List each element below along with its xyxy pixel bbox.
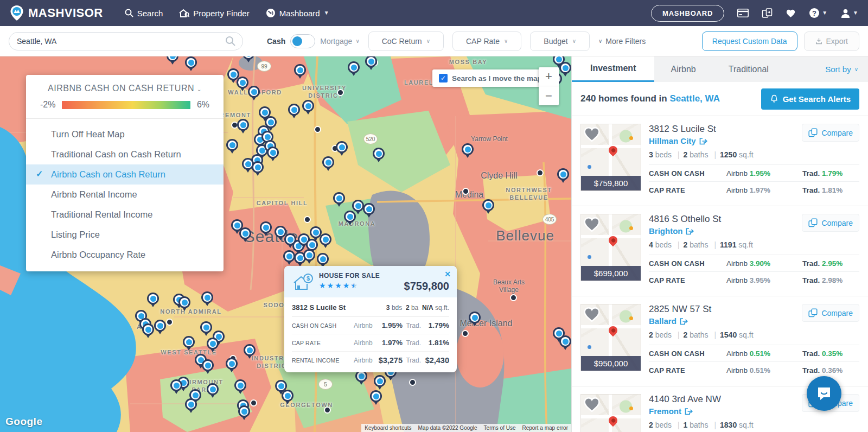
- heatmap-option[interactable]: Turn Off Heat Map: [26, 124, 224, 144]
- property-map-pin[interactable]: [237, 119, 249, 134]
- property-map-pin[interactable]: [333, 192, 345, 207]
- property-map-pin[interactable]: [242, 56, 254, 63]
- property-address[interactable]: 2825 NW 57 St: [649, 304, 711, 315]
- mashvisor-logo[interactable]: MASHVISOR: [10, 5, 103, 21]
- property-address[interactable]: 4816 S Othello St: [649, 214, 721, 225]
- account-menu[interactable]: ▼: [840, 8, 858, 18]
- property-map-pin[interactable]: [185, 56, 197, 72]
- property-map-pin[interactable]: [200, 321, 212, 336]
- property-map-pin[interactable]: [374, 375, 386, 390]
- compare-button[interactable]: Compare: [802, 124, 859, 142]
- location-search-input[interactable]: [9, 32, 243, 50]
- property-map-pin[interactable]: [178, 296, 190, 312]
- property-map-pin[interactable]: [302, 100, 314, 115]
- heatmap-option[interactable]: ✓Airbnb Cash on Cash Return: [26, 164, 224, 185]
- property-thumbnail-map[interactable]: $699,000: [580, 214, 641, 281]
- heatmap-option[interactable]: Airbnb Occupancy Rate: [26, 245, 224, 265]
- property-map-dot[interactable]: [337, 89, 344, 96]
- property-map-dot[interactable]: [537, 169, 544, 176]
- neighborhood-link[interactable]: Brighton: [649, 226, 721, 236]
- property-map-pin[interactable]: [244, 344, 256, 359]
- heatmap-option[interactable]: Traditional Cash on Cash Return: [26, 144, 224, 164]
- property-map-dot[interactable]: [462, 188, 469, 195]
- property-thumbnail-map[interactable]: $759,800: [580, 124, 641, 191]
- mashboard-button[interactable]: MASHBOARD: [651, 5, 724, 22]
- property-map-pin[interactable]: [226, 358, 238, 373]
- heatmap-option[interactable]: Listing Price: [26, 225, 224, 245]
- favorites-heart-icon[interactable]: [786, 9, 796, 18]
- property-map-dot[interactable]: [314, 126, 321, 133]
- property-map-pin[interactable]: [185, 398, 197, 414]
- favorite-heart-icon[interactable]: [583, 396, 601, 413]
- compare-button[interactable]: Compare: [802, 304, 859, 322]
- property-thumbnail-map[interactable]: $950,000: [580, 304, 641, 371]
- compare-properties-icon[interactable]: [762, 8, 773, 18]
- property-map-dot[interactable]: [462, 330, 469, 337]
- property-map-pin[interactable]: [183, 336, 195, 351]
- property-address[interactable]: 4140 3rd Ave NW: [649, 394, 721, 405]
- heatmap-selector-header[interactable]: AIRBNB CASH ON CASH RETURN ⌄: [26, 75, 224, 100]
- property-map-dot[interactable]: [409, 379, 416, 386]
- property-map-pin[interactable]: [226, 139, 238, 154]
- property-map-pin[interactable]: [202, 359, 214, 374]
- property-map-pin[interactable]: [238, 405, 250, 421]
- nav-mashboard[interactable]: Mashboard ▼: [266, 8, 329, 18]
- property-map-pin[interactable]: [147, 293, 159, 308]
- property-map-pin[interactable]: [239, 227, 251, 243]
- search-as-move-control[interactable]: ✓ Search as I move the map: [432, 69, 548, 87]
- tab-traditional[interactable]: Traditional: [712, 56, 785, 82]
- tab-investment[interactable]: Investment: [572, 56, 654, 82]
- property-map-pin[interactable]: [370, 390, 382, 405]
- property-map-pin[interactable]: [462, 143, 474, 158]
- property-card[interactable]: $950,000 2825 NW 57 St Ballard Compare 2…: [572, 296, 868, 386]
- property-map-pin[interactable]: [207, 383, 219, 398]
- budget-filter[interactable]: Budget∨: [530, 31, 590, 51]
- property-map-pin[interactable]: [260, 221, 272, 237]
- property-map-pin[interactable]: [336, 141, 348, 156]
- property-map-pin[interactable]: [201, 291, 213, 307]
- request-custom-data-button[interactable]: Request Custom Data: [702, 31, 797, 51]
- property-map-pin[interactable]: [482, 199, 494, 214]
- mortgage-dropdown[interactable]: Mortgage∨: [320, 37, 359, 46]
- attribution-link[interactable]: Report a map error: [519, 424, 571, 432]
- property-map-pin[interactable]: [365, 56, 377, 71]
- property-map-dot[interactable]: [166, 319, 173, 326]
- property-map-pin[interactable]: [288, 104, 300, 119]
- property-map-pin[interactable]: [363, 203, 375, 218]
- nav-property-finder[interactable]: Property Finder: [179, 9, 249, 18]
- property-map-pin[interactable]: [284, 233, 296, 249]
- property-map-dot[interactable]: [324, 406, 331, 414]
- property-map-pin[interactable]: [248, 86, 260, 101]
- property-map-pin[interactable]: [252, 161, 264, 176]
- property-map-pin[interactable]: [234, 379, 246, 395]
- attribution-link[interactable]: Terms of Use: [481, 424, 519, 432]
- property-map-pin[interactable]: [267, 147, 279, 162]
- property-map-pin[interactable]: [294, 64, 306, 79]
- property-map-pin[interactable]: [373, 148, 385, 163]
- property-map-pin[interactable]: [469, 312, 481, 327]
- property-map-pin[interactable]: [344, 211, 356, 226]
- export-button[interactable]: Export: [804, 31, 859, 51]
- property-map-pin[interactable]: [283, 250, 295, 265]
- property-map-pin[interactable]: [167, 56, 178, 65]
- property-map-pin[interactable]: [557, 168, 569, 183]
- neighborhood-link[interactable]: Ballard: [649, 316, 711, 326]
- cap-rate-filter[interactable]: CAP Rate∨: [452, 31, 521, 51]
- property-map-pin[interactable]: [355, 370, 367, 385]
- zoom-out-button[interactable]: −: [539, 86, 559, 105]
- property-map-pin[interactable]: [170, 379, 182, 395]
- billing-icon[interactable]: [737, 9, 749, 17]
- help-menu[interactable]: ? ▼: [809, 8, 827, 18]
- property-map-pin[interactable]: [237, 77, 248, 92]
- neighborhood-link[interactable]: Hillman City: [649, 136, 716, 145]
- tab-airbnb[interactable]: Airbnb: [654, 56, 712, 82]
- property-address[interactable]: 3812 S Lucile St: [649, 124, 716, 135]
- favorite-heart-icon[interactable]: [583, 216, 601, 233]
- chat-bubble-button[interactable]: [807, 376, 841, 411]
- property-map-dot[interactable]: [304, 216, 311, 223]
- compare-button[interactable]: Compare: [802, 214, 859, 232]
- attribution-link[interactable]: Map data ©2022 Google: [414, 424, 480, 432]
- property-map-pin[interactable]: [275, 380, 287, 395]
- search-icon[interactable]: [225, 36, 236, 47]
- property-card[interactable]: $699,000 4816 S Othello St Brighton Comp…: [572, 206, 868, 296]
